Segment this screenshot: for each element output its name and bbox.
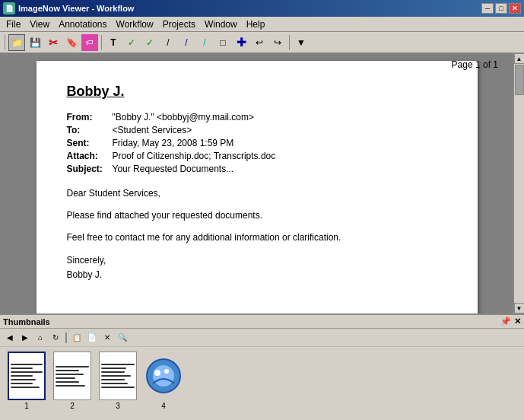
menu-file[interactable]: File [2, 18, 25, 31]
subject-value: Your Requested Documents... [113, 164, 447, 174]
tool-plus[interactable]: ✚ [233, 34, 249, 51]
tool-undo[interactable]: ↩ [251, 34, 268, 51]
thumb-doc-lines-2 [56, 364, 88, 389]
scroll-thumb[interactable] [515, 65, 524, 95]
thumb-image-3[interactable] [99, 352, 137, 400]
scroll-down-button[interactable]: ▼ [514, 303, 525, 313]
tool-line2[interactable]: / [178, 34, 195, 51]
menu-window[interactable]: Window [200, 18, 242, 31]
thumb-line [11, 379, 36, 380]
email-from: From: "Bobby J." <bobbyj@my.mail.com> [67, 112, 447, 123]
thumb-image-2[interactable] [53, 352, 91, 400]
thumbnails-pin-button[interactable]: 📌 [500, 317, 511, 326]
tool-check1[interactable]: ✓ [123, 34, 140, 51]
thumb-tool-back[interactable]: ◀ [3, 331, 17, 345]
title-bar-left: 📄 ImageNow Viewer - Workflow [3, 2, 134, 14]
minimize-button[interactable]: ─ [481, 3, 494, 14]
thumb-tool-copy[interactable]: 📋 [70, 331, 84, 345]
thumb-image-4[interactable] [144, 352, 183, 400]
thumb-image-1[interactable] [8, 352, 46, 400]
thumb-tool-paste[interactable]: 📄 [85, 331, 99, 345]
document-viewer: Page 1 of 1 Bobby J. From: "Bobby J." <b… [0, 53, 524, 313]
thumb-tool-search[interactable]: 🔍 [116, 331, 129, 345]
thumb-line [11, 364, 42, 365]
body-para-4: Sincerely, Bobby J. [67, 253, 447, 282]
thumb-line [11, 371, 42, 373]
vertical-scrollbar[interactable]: ▲ ▼ [513, 53, 524, 313]
thumbnails-panel: Thumbnails 📌 ✕ ◀ ▶ ⌂ ↻ 📋 📄 ✕ 🔍 [0, 313, 524, 420]
tool-cut[interactable]: ✂ [45, 34, 62, 51]
tool-stamp[interactable]: 🏷 [81, 34, 98, 51]
thumb-doc-lines-3 [101, 361, 134, 390]
app-icon: 📄 [3, 2, 15, 14]
thumb-line [56, 377, 75, 379]
tool-line1[interactable]: / [160, 34, 176, 51]
menu-view[interactable]: View [25, 18, 54, 31]
title-bar: 📄 ImageNow Viewer - Workflow ─ □ ✕ [0, 0, 524, 17]
toolbar: 📁 💾 ✂ 🔖 🏷 T ✓ ✓ / / / □ ✚ ↩ ↪ ▼ [0, 32, 524, 53]
tool-redo[interactable]: ↪ [269, 34, 286, 51]
body-para-2: Please find attached your requested docu… [67, 208, 447, 223]
tool-check2[interactable]: ✓ [141, 34, 158, 51]
thumb-line [56, 370, 78, 371]
thumb-line [56, 374, 84, 375]
toolbar-sep-3 [289, 35, 290, 50]
thumbnails-close-button[interactable]: ✕ [514, 317, 521, 326]
email-attach: Attach: Proof of Citizenship.doc; Transc… [67, 151, 447, 161]
thumb-line [56, 381, 78, 383]
tool-bookmark[interactable]: 🔖 [63, 34, 80, 51]
thumbnail-1[interactable]: 1 [8, 352, 46, 410]
thumb-tool-sep [65, 332, 67, 343]
thumbnails-header: Thumbnails 📌 ✕ [0, 315, 524, 329]
thumb-line [11, 375, 33, 377]
toolbar-sep-2 [101, 35, 102, 50]
restore-button[interactable]: □ [495, 3, 507, 14]
thumbnail-4[interactable]: 4 [144, 352, 183, 410]
menu-projects[interactable]: Projects [158, 18, 200, 31]
from-label: From: [67, 112, 113, 123]
thumbnails-header-controls: 📌 ✕ [500, 317, 521, 326]
tool-rect[interactable]: □ [214, 34, 231, 51]
thumb-tool-delete[interactable]: ✕ [100, 331, 114, 345]
thumb-tool-home[interactable]: ⌂ [33, 331, 47, 345]
sent-value: Friday, May 23, 2008 1:59 PM [113, 138, 447, 148]
email-to: To: <Student Services> [67, 125, 447, 135]
tool-open[interactable]: 📁 [8, 34, 25, 51]
sent-label: Sent: [67, 138, 113, 148]
title-bar-controls[interactable]: ─ □ ✕ [481, 3, 521, 14]
scroll-area: Page 1 of 1 Bobby J. From: "Bobby J." <b… [0, 53, 513, 313]
window-title: ImageNow Viewer - Workflow [18, 4, 134, 13]
menu-annotations[interactable]: Annotations [54, 18, 111, 31]
thumb-line [101, 387, 134, 388]
thumb-line [56, 366, 88, 368]
thumb-label-3: 3 [116, 402, 120, 410]
thumb-tool-refresh[interactable]: ↻ [49, 331, 62, 345]
close-button[interactable]: ✕ [509, 3, 521, 14]
tool-line3[interactable]: / [196, 34, 213, 51]
body-para-3: Feel free to contact me for any addition… [67, 231, 447, 245]
scroll-up-button[interactable]: ▲ [514, 53, 525, 64]
thumbnails-content: 1 2 [0, 347, 524, 415]
thumbnails-title: Thumbnails [3, 317, 50, 326]
tool-save[interactable]: 💾 [27, 34, 43, 51]
scroll-track[interactable] [514, 64, 524, 303]
thumb-line [11, 387, 39, 388]
tool-text[interactable]: T [105, 34, 122, 51]
body-para-1: Dear Student Services, [67, 186, 447, 201]
thumb-tool-forward[interactable]: ▶ [18, 331, 32, 345]
thumb-line [101, 379, 124, 380]
thumb-line [101, 375, 131, 377]
thumbnail-3[interactable]: 3 [99, 352, 137, 410]
document-name: Bobby J. [67, 84, 447, 100]
menu-workflow[interactable]: Workflow [112, 18, 158, 31]
thumbnail-2[interactable]: 2 [53, 352, 91, 410]
menu-help[interactable]: Help [242, 18, 270, 31]
thumb-label-1: 1 [24, 402, 29, 410]
tool-dropdown[interactable]: ▼ [293, 34, 310, 51]
thumb-doc-lines-1 [11, 361, 42, 390]
thumb-line [11, 383, 33, 384]
thumb-line [56, 385, 85, 387]
thumb-line [101, 364, 134, 365]
email-sent: Sent: Friday, May 23, 2008 1:59 PM [67, 138, 447, 148]
attach-label: Attach: [67, 151, 113, 161]
